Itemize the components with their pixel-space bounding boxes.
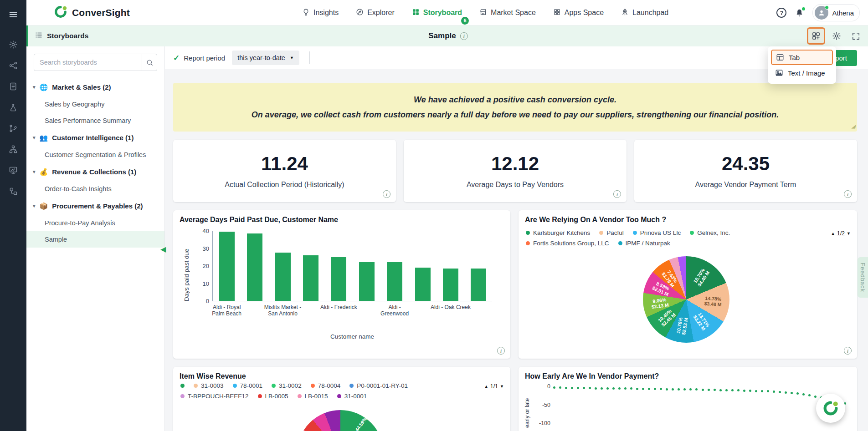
legend-item-78-0001[interactable]: 78-0001: [233, 382, 263, 389]
legend-label: 78-0004: [318, 382, 341, 389]
section-label: Storyboards: [47, 32, 88, 40]
legend-prev-arrow[interactable]: ▲: [484, 384, 488, 389]
help-icon[interactable]: ?: [776, 8, 786, 18]
athena-chat-bubble[interactable]: [816, 394, 845, 423]
info-icon[interactable]: i: [844, 347, 852, 355]
legend-item-item[interactable]: [180, 384, 185, 388]
data-point: [612, 387, 615, 390]
legend-item-lb-0015[interactable]: LB-0015: [298, 393, 328, 400]
storyboard-group-market-sales-2[interactable]: ▾🌐Market & Sales (2): [26, 78, 164, 96]
lab-flask-icon[interactable]: [4, 98, 22, 117]
nav-item-label: Insights: [313, 9, 339, 17]
conversight-logo[interactable]: ConverSight: [54, 0, 130, 25]
search-input[interactable]: [34, 54, 157, 71]
storyboard-subheader: Storyboards Sample i: [26, 25, 868, 46]
legend-item-t-bppouch-beef12[interactable]: T-BPPOUCH-BEEF12: [180, 393, 249, 400]
legend-item-31-0002[interactable]: 31-0002: [272, 382, 302, 389]
legend-item-karlsburger-kitchens[interactable]: Karlsburger Kitchens: [526, 229, 590, 236]
info-icon[interactable]: i: [613, 190, 621, 198]
data-point: [565, 387, 567, 389]
legend-item-pacful[interactable]: Pacful: [599, 229, 624, 236]
resize-handle-icon[interactable]: ◢: [852, 122, 855, 131]
fullscreen-expand-icon[interactable]: [848, 28, 863, 44]
legend-next-arrow[interactable]: ▼: [500, 384, 504, 389]
legend-item-ipmf-naturpak[interactable]: IPMF / Naturpak: [618, 240, 670, 247]
hamburger-menu-icon[interactable]: [4, 5, 22, 24]
sitemap-icon[interactable]: [4, 140, 22, 158]
settings-icon[interactable]: [4, 35, 22, 54]
item-pie-chart[interactable]: 44.59%: [297, 410, 384, 431]
legend-label: 31-0003: [201, 382, 224, 389]
menu-item-text-image[interactable]: Text / Image: [771, 65, 833, 81]
legend-label: LB-0005: [265, 393, 288, 400]
sidebar-item-sales-by-geography[interactable]: Sales by Geography: [26, 96, 164, 112]
legend-color-dot: [618, 241, 622, 245]
storyboard-search: [34, 54, 157, 71]
data-point: [642, 388, 644, 390]
legend-color-dot: [180, 394, 185, 398]
storyboard-group-revenue-collections-1[interactable]: ▾💰Revenue & Collections (1): [26, 163, 164, 181]
nav-item-insights[interactable]: Insights: [302, 8, 339, 18]
period-dropdown[interactable]: this year-to-date ▼: [232, 51, 299, 65]
legend-item-p0-0001-01-ry-01[interactable]: P0-0001-01-RY-01: [349, 382, 408, 389]
sidebar-item-customer-segmentation-profiles[interactable]: Customer Segmentation & Profiles: [26, 147, 164, 163]
legend-item-31-0001[interactable]: 31-0001: [337, 393, 367, 400]
user-menu[interactable]: Athena: [812, 4, 860, 21]
nav-item-launchpad[interactable]: Launchpad: [621, 8, 668, 18]
charts-row-2: Item Wise Revenue ▲1/1▼ 31-000378-000131…: [173, 367, 857, 431]
kpi-card-average-vendor-payment-term: 24.35Average Vendor Payment Termi: [634, 140, 857, 202]
legend-item-78-0004[interactable]: 78-0004: [311, 382, 341, 389]
chart-title: Average Days Paid Past Due, Customer Nam…: [180, 216, 338, 224]
sidebar-item-sample[interactable]: Sample: [26, 231, 164, 248]
add-widget-button[interactable]: [807, 27, 825, 45]
sidebar-collapse-arrow[interactable]: ◀: [160, 245, 166, 254]
sidebar-item-order-to-cash-insights[interactable]: Order-to-Cash Insights: [26, 181, 164, 197]
data-point: [725, 389, 728, 391]
legend-item-fortis-solutions-group-llc[interactable]: Fortis Solutions Group, LLC: [526, 240, 609, 247]
data-point: [672, 388, 674, 390]
legend-label: Gelnex, Inc.: [697, 229, 730, 236]
feedback-tab[interactable]: Feedback: [858, 257, 868, 298]
info-icon[interactable]: i: [383, 190, 390, 198]
share-nodes-icon[interactable]: [4, 56, 22, 75]
report-doc-icon[interactable]: [4, 77, 22, 96]
storyboard-group-procurement-payables-2[interactable]: ▾📦Procurement & Payables (2): [26, 197, 164, 215]
hierarchy-icon[interactable]: [4, 182, 22, 200]
bar: [387, 262, 402, 301]
legend-label: T-BPPOUCH-BEEF12: [188, 393, 249, 400]
storyboard-settings-icon[interactable]: [829, 28, 844, 44]
legend-item-prinova-us-llc[interactable]: Prinova US Llc: [633, 229, 681, 236]
vendor-pie-chart[interactable]: 18.70%$4.40 M14.78%$3.48 M13.71%$3.22 M1…: [643, 256, 729, 343]
nav-item-storyboard[interactable]: Storyboard6: [412, 8, 462, 18]
title-info-icon[interactable]: i: [460, 32, 468, 40]
storyboard-group-customer-intelligence-1[interactable]: ▾👥Customer Intelligence (1): [26, 129, 164, 147]
legend-item-gelnex-inc[interactable]: Gelnex, Inc.: [690, 229, 730, 236]
menu-item-tab[interactable]: Tab: [771, 50, 833, 65]
pipeline-branch-icon[interactable]: [4, 119, 22, 137]
storyboards-breadcrumb[interactable]: Storyboards: [35, 25, 88, 46]
legend-item-31-0003[interactable]: 31-0003: [194, 382, 224, 389]
chart-legend: 31-000378-000131-000278-0004P0-0001-01-R…: [180, 382, 477, 403]
notifications-bell-icon[interactable]: [795, 8, 804, 18]
chart-title: Are We Relying On A Vendor Too Much ?: [525, 216, 666, 224]
report-period-checkbox[interactable]: ✓: [173, 53, 180, 63]
search-icon[interactable]: [142, 54, 157, 71]
nav-item-explorer[interactable]: Explorer: [356, 8, 395, 18]
app-root: ConverSight InsightsExplorerStoryboard6M…: [0, 0, 868, 431]
legend-color-dot: [233, 384, 237, 388]
monitor-chart-icon[interactable]: [4, 161, 22, 179]
data-point: [606, 387, 609, 390]
sidebar-item-sales-performance-summary[interactable]: Sales Performance Summary: [26, 112, 164, 129]
sidebar-item-procure-to-pay-analysis[interactable]: Procure-to-Pay Analysis: [26, 215, 164, 231]
bar-chart-card: Average Days Paid Past Due, Customer Nam…: [173, 210, 510, 359]
legend-next-arrow[interactable]: ▼: [847, 231, 851, 236]
bar: [275, 253, 291, 301]
data-point: [702, 389, 704, 391]
group-icon: 🌐: [40, 84, 48, 91]
info-icon[interactable]: i: [844, 190, 852, 198]
info-icon[interactable]: i: [497, 347, 505, 355]
legend-item-lb-0005[interactable]: LB-0005: [258, 393, 288, 400]
legend-prev-arrow[interactable]: ▲: [831, 231, 835, 236]
nav-item-market-space[interactable]: Market Space: [479, 8, 536, 18]
nav-item-apps-space[interactable]: Apps Space: [553, 8, 604, 18]
